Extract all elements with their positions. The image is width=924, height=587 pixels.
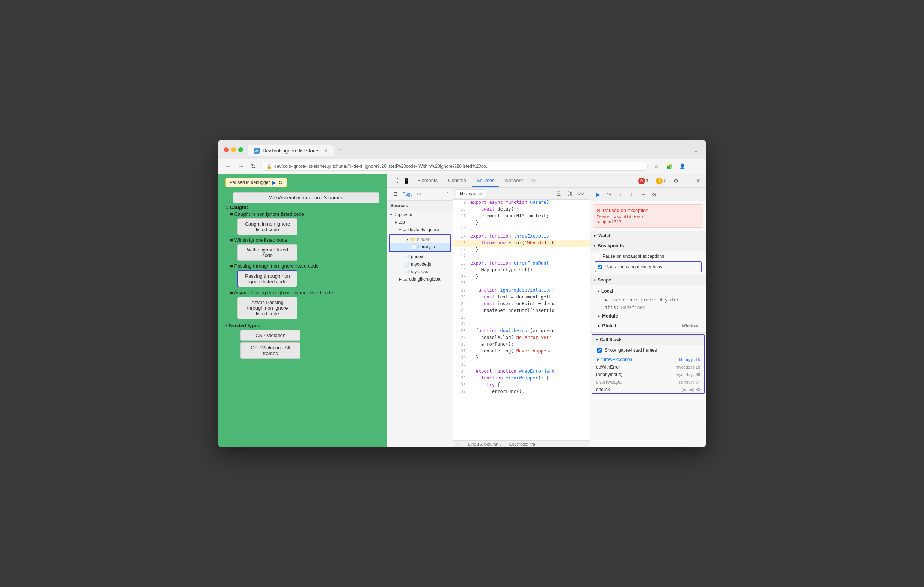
frame-onclick[interactable]: onclick (index):83 <box>592 386 704 393</box>
tab-elements[interactable]: Elements <box>413 174 442 187</box>
tab-network[interactable]: Network <box>501 174 528 187</box>
top-item[interactable]: top <box>387 219 453 226</box>
breakpoints-content: Pause on uncaught exceptions Pause on ca… <box>590 251 706 275</box>
deployed-item[interactable]: Deployed <box>387 211 453 219</box>
style-css-label: style.css <box>411 269 428 275</box>
forward-button[interactable]: → <box>237 162 246 170</box>
cdn-chevron <box>399 278 401 281</box>
library-js-tab[interactable]: library.js ✕ <box>456 189 486 198</box>
call-stack-chevron <box>596 338 597 342</box>
watch-header[interactable]: Watch <box>590 231 706 240</box>
paused-badge: Paused in debugger ▶ ↻ <box>225 178 287 187</box>
step-button[interactable]: → <box>638 189 648 199</box>
errors-button[interactable]: ⊗ 1 <box>635 176 652 186</box>
mycode-js-item[interactable]: 📄 mycode.js <box>387 260 453 268</box>
frame-dowitherror[interactable]: doWithError mycode.js:18 <box>592 363 704 371</box>
index-item[interactable]: 📄 (index) <box>387 253 453 260</box>
within-ignore-button[interactable]: Within ignore listedcode <box>238 244 297 261</box>
address-input[interactable]: 🔒 devtools-ignore-list-stories.glitch.me… <box>261 162 648 171</box>
exception-scope-item: ▶ Exception: Error: Why did t <box>595 296 702 304</box>
step-icon[interactable]: ↻ <box>278 179 283 186</box>
more-devtools-button[interactable]: ⋮ <box>682 176 692 186</box>
devtools-ignore-item[interactable]: ☁ devtools-ignore <box>387 226 453 233</box>
devtools-panel: ⛶ 📱 Elements Console Sources Network >> … <box>387 174 706 447</box>
step-over-button[interactable]: ↷ <box>604 189 614 199</box>
device-toggle[interactable]: 📱 <box>401 176 411 186</box>
code-line: 19 Map.prototype.set(); <box>453 267 590 274</box>
tab-console[interactable]: Console <box>444 174 471 187</box>
resume-icon[interactable]: ▶ <box>272 179 276 186</box>
module-header[interactable]: Module <box>595 311 702 321</box>
pause-caught-checkbox[interactable] <box>597 265 602 270</box>
trusted-types-label: • Trusted types: <box>225 323 262 329</box>
page-tab[interactable]: Page <box>402 191 413 197</box>
code-line: 17 <box>453 254 590 260</box>
frame-fn-anonymous: (anonymous) <box>596 372 622 377</box>
hidden-folder-item[interactable]: 📁 hidden <box>390 236 450 243</box>
navigator-toggle[interactable]: ⌘ <box>565 190 575 197</box>
code-line: 25 unsafeSetInnerHtml(insertio <box>453 308 590 314</box>
maximize-button[interactable] <box>238 147 243 152</box>
minimize-button[interactable] <box>231 147 236 152</box>
global-header[interactable]: Global Window <box>595 321 702 330</box>
inspector-toggle[interactable]: ⛶ <box>390 176 400 186</box>
breakpoints-header[interactable]: Breakpoints <box>590 241 706 251</box>
deactivate-breakpoints-button[interactable]: ⊘ <box>649 189 659 199</box>
step-out-button[interactable]: ↑ <box>627 189 637 199</box>
file-tree-header: ☰ Page >> ⋮ <box>387 187 453 201</box>
this-val: undefined <box>621 305 645 310</box>
more-sources-button[interactable]: ⋮ <box>445 191 450 197</box>
show-ignore-checkbox[interactable] <box>597 348 602 353</box>
webassembly-box: WebAssembly trap - no JS frames <box>233 192 380 203</box>
library-js-item[interactable]: 📄 library.js <box>390 243 450 251</box>
code-line: 13 <box>453 227 590 233</box>
frame-throwexception[interactable]: ➤throwException library.js:15 <box>592 356 704 363</box>
settings-button[interactable]: ⚙ <box>671 176 681 186</box>
more-code-actions[interactable]: >> <box>576 190 587 197</box>
style-css-item[interactable]: 📄 style.css <box>387 268 453 276</box>
profile-button[interactable]: 👤 <box>677 161 687 171</box>
watch-label: Watch <box>598 233 612 238</box>
warnings-button[interactable]: ⚠ 2 <box>653 176 669 186</box>
scope-header[interactable]: Scope <box>590 275 706 285</box>
pause-caught-highlighted: Pause on caught exceptions <box>595 261 702 273</box>
line-column-status: Line 15, Column 3 <box>468 442 502 446</box>
sidebar-sources-toggle[interactable]: ☰ <box>554 190 563 197</box>
csp-violation-button[interactable]: CSP Violation <box>240 330 300 341</box>
code-actions: ☰ ⌘ >> <box>554 190 587 197</box>
frame-anonymous[interactable]: (anonymous) mycode.js:89 <box>592 371 704 378</box>
sidebar-toggle[interactable]: ☰ <box>390 189 400 199</box>
tab-overflow-button[interactable]: ⌄ <box>692 146 700 156</box>
top-chevron <box>395 221 397 224</box>
exception-message: Error: Why did this happen???? <box>596 215 700 224</box>
passing-through-button[interactable]: Passing through nonignore listed code <box>238 270 297 288</box>
back-button[interactable]: ← <box>224 162 233 170</box>
pause-uncaught-checkbox[interactable] <box>595 254 599 259</box>
call-stack-header[interactable]: Call Stack <box>592 335 704 345</box>
async-passing-button[interactable]: Async Passingthrough non ignorelisted co… <box>238 297 297 319</box>
caught-non-ignore-button[interactable]: Caught in non ignorelisted code <box>238 219 297 235</box>
this-key: this: <box>605 305 619 310</box>
browser-actions: ☆ 🧩 👤 ⋮ <box>651 161 700 171</box>
step-into-button[interactable]: ↓ <box>615 189 625 199</box>
cdn-item[interactable]: ☁ cdn.glitch.globa <box>387 276 453 283</box>
local-header[interactable]: Local <box>595 286 702 296</box>
close-button[interactable] <box>224 147 229 152</box>
tab-close-button[interactable]: ✕ <box>324 148 328 153</box>
close-devtools-button[interactable]: ✕ <box>693 176 703 186</box>
csp-violation-all-button[interactable]: CSP Violation - All frames <box>240 342 300 359</box>
tab-sources[interactable]: Sources <box>472 174 499 187</box>
browser-window: DT DevTools ignore list stories ✕ + ⌄ ← … <box>218 140 706 447</box>
tab-overflow[interactable]: >> <box>529 178 537 184</box>
file-tree-overflow[interactable]: >> <box>417 192 421 196</box>
frame-errorwrapper[interactable]: errorWrapper library.js:37 <box>592 378 704 386</box>
module-label: Module <box>602 313 618 319</box>
new-tab-button[interactable]: + <box>333 143 346 156</box>
extensions-button[interactable]: 🧩 <box>664 161 675 171</box>
reload-button[interactable]: ↻ <box>249 162 257 171</box>
more-menu-button[interactable]: ⋮ <box>690 161 700 171</box>
bookmark-button[interactable]: ☆ <box>651 161 662 171</box>
code-tab-close[interactable]: ✕ <box>479 192 482 196</box>
resume-button[interactable]: ▶ <box>593 189 603 199</box>
browser-tab[interactable]: DT DevTools ignore list stories ✕ <box>248 145 333 156</box>
